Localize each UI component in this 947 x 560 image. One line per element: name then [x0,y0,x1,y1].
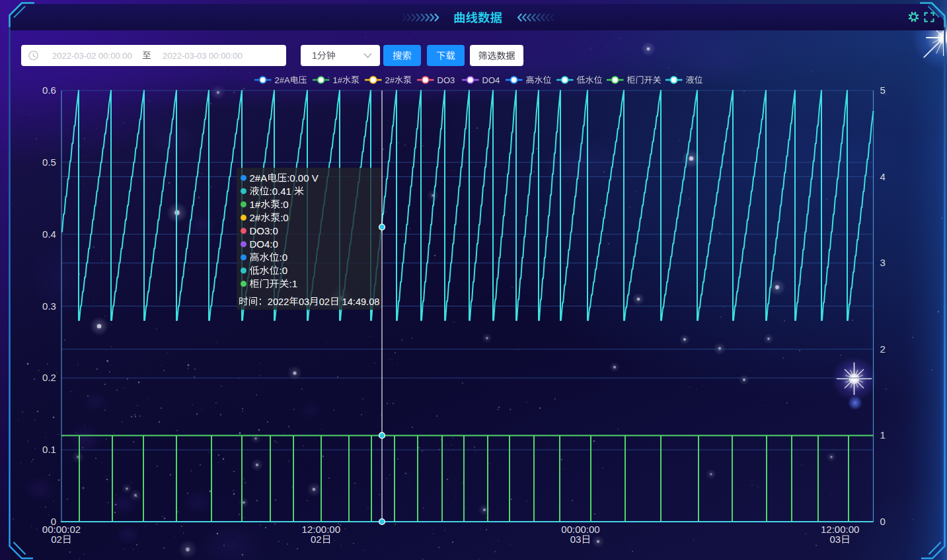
svg-text:3: 3 [880,257,886,268]
svg-text:DO4: DO4 [482,75,500,85]
svg-text:5: 5 [880,85,886,96]
svg-text:03: 03 [829,534,841,545]
svg-text:1: 1 [312,50,317,61]
svg-text:2#A: 2#A [250,172,268,184]
svg-text:02: 02 [311,534,322,545]
svg-text:2022-03-02 00:00:00: 2022-03-02 00:00:00 [52,51,132,61]
svg-text:03: 03 [299,297,309,307]
svg-text::0.00 V: :0.00 V [287,172,319,184]
svg-text:1: 1 [880,429,886,440]
svg-text::1: :1 [289,278,298,289]
svg-text:DO3: DO3 [437,75,455,85]
svg-text:2: 2 [880,343,886,355]
svg-text:2#A: 2#A [275,75,290,85]
svg-text:0.2: 0.2 [42,372,56,383]
svg-text:0: 0 [880,516,886,527]
svg-text::0: :0 [280,199,289,210]
svg-text:0.5: 0.5 [42,157,56,168]
svg-text:2#: 2# [250,212,261,223]
svg-text::0: :0 [280,252,288,263]
svg-text:02: 02 [51,534,62,545]
svg-text:0.1: 0.1 [42,444,56,455]
svg-text:02: 02 [319,297,330,307]
svg-text:DO4:0: DO4:0 [250,238,278,250]
svg-text:0.6: 0.6 [42,85,56,96]
svg-text:DO3:0: DO3:0 [250,225,278,236]
svg-text:14:49.08: 14:49.08 [342,297,380,307]
svg-text:0.4: 0.4 [42,228,56,240]
svg-text::0.41: :0.41 [270,186,291,197]
svg-text:1#: 1# [333,75,343,85]
svg-text:1#: 1# [250,199,261,210]
svg-text:2022-03-03 00:00:00: 2022-03-03 00:00:00 [163,51,243,61]
svg-text::0: :0 [280,212,289,223]
svg-text:2022: 2022 [268,297,289,307]
svg-text:03: 03 [570,534,582,545]
svg-text::0: :0 [280,265,288,276]
svg-text:2#: 2# [385,75,395,85]
svg-text:4: 4 [880,171,886,182]
svg-text:0.3: 0.3 [42,300,56,312]
